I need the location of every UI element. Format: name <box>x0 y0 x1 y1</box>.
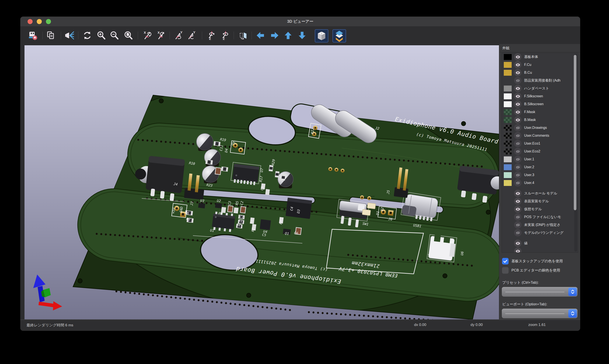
layer-label: 部品実装用接着剤 (Adh <box>524 78 560 83</box>
layer-color-swatch[interactable] <box>504 141 512 147</box>
layer-label: User.Comments <box>524 134 549 138</box>
layer-label: F.Silkscreen <box>524 94 543 98</box>
visibility-eye-icon[interactable] <box>514 240 521 247</box>
layer-label: User.Eco2 <box>524 149 540 153</box>
layer-color-swatch[interactable] <box>504 172 512 178</box>
visibility-eye-icon[interactable] <box>514 108 521 116</box>
layer-color-swatch[interactable] <box>504 117 512 123</box>
titlebar[interactable]: 3D ビューアー <box>20 17 580 27</box>
svg-text:J2: J2 <box>375 126 379 131</box>
layer-color-swatch[interactable] <box>504 156 512 162</box>
visibility-eye-icon[interactable] <box>514 197 521 205</box>
layer-color-swatch[interactable] <box>504 109 512 115</box>
visibility-eye-off-icon[interactable] <box>514 156 521 163</box>
layer-color-swatch[interactable] <box>504 93 512 99</box>
toolbar-separator <box>78 31 78 39</box>
svg-text:X: X <box>157 31 160 34</box>
rotate-y-clockwise-button[interactable]: Y <box>174 30 184 41</box>
layer-label: User.3 <box>524 173 534 177</box>
viewport-combobox[interactable] <box>502 309 578 318</box>
appearance-sidebar: 外観 基板本体F.CuB.Cu部品実装用接着剤 (AdhハンダペーストF.Sil… <box>499 44 580 320</box>
layer-color-swatch[interactable] <box>504 62 512 68</box>
rotate-z-counterclockwise-button[interactable]: Z <box>220 30 230 41</box>
pan-up-button[interactable] <box>283 30 293 41</box>
layer-row: B.Mask <box>502 116 578 124</box>
layer-color-swatch[interactable] <box>504 164 512 170</box>
use-stackup-colors-row[interactable]: 基板スタックアップの色を使用 <box>499 257 580 266</box>
svg-text:R3: R3 <box>186 217 191 221</box>
rotate-x-counterclockwise-button[interactable]: X <box>156 30 167 41</box>
scrollbar-track[interactable] <box>574 54 577 252</box>
layer-row: 値 <box>502 239 578 247</box>
stepper-icon[interactable] <box>568 309 577 318</box>
layer-row: 表面実装モデル <box>502 197 578 205</box>
layer-color-swatch[interactable] <box>504 133 512 139</box>
layer-row: F.Cu <box>502 61 578 69</box>
copy-image-button[interactable] <box>46 30 56 41</box>
toolbar-separator <box>42 31 43 39</box>
pan-down-button[interactable] <box>297 30 307 41</box>
zoom-in-button[interactable] <box>96 30 106 41</box>
layer-color-swatch[interactable] <box>504 54 512 60</box>
zoom-out-button[interactable] <box>109 30 120 41</box>
preset-combobox[interactable] <box>502 287 578 297</box>
appearance-layers-toggle[interactable] <box>333 29 346 42</box>
export-board-image-button[interactable] <box>27 30 38 41</box>
visibility-eye-icon[interactable] <box>514 247 521 253</box>
visibility-eye-icon[interactable] <box>514 100 521 108</box>
redraw-view-button[interactable] <box>82 30 92 41</box>
appearance-header: 外観 <box>499 44 580 52</box>
svg-text:J4: J4 <box>173 182 178 187</box>
3d-viewport-canvas[interactable]: R19C11D4D5R10R23J4U7R29R17C9J2R22J5J6SW1… <box>25 45 499 319</box>
checkbox-label: PCB エディターの銅色を使用 <box>511 268 560 273</box>
layer-color-swatch[interactable] <box>504 125 512 131</box>
flip-board-button[interactable] <box>238 30 248 41</box>
orthographic-projection-toggle[interactable] <box>315 29 328 42</box>
pan-right-button[interactable] <box>270 30 280 41</box>
stepper-icon[interactable] <box>568 288 577 296</box>
use-pcb-editor-copper-row[interactable]: PCB エディターの銅色を使用 <box>499 266 580 275</box>
visibility-eye-icon[interactable] <box>514 116 521 124</box>
layer-row: スルーホール モデル <box>502 189 578 197</box>
visibility-eye-icon[interactable] <box>514 92 521 100</box>
visibility-eye-icon[interactable] <box>514 61 521 68</box>
visibility-eye-off-icon[interactable] <box>514 77 521 84</box>
use-pcb-editor-copper-checkbox[interactable] <box>502 267 509 274</box>
visibility-eye-icon[interactable] <box>514 53 521 61</box>
rotate-z-clockwise-button[interactable]: Z <box>206 30 217 41</box>
rotate-y-counterclockwise-button[interactable]: Y <box>187 30 197 41</box>
visibility-eye-off-icon[interactable] <box>514 140 521 147</box>
visibility-eye-off-icon[interactable] <box>514 171 521 179</box>
visibility-eye-icon[interactable] <box>514 85 521 92</box>
layer-row: F.Mask <box>502 108 578 116</box>
render-raytracing-button[interactable] <box>64 30 75 41</box>
svg-text:R9: R9 <box>279 220 283 225</box>
zoom-to-fit-button[interactable] <box>123 30 134 41</box>
use-stackup-colors-checkbox[interactable] <box>502 258 509 264</box>
toolbar-separator <box>138 31 138 39</box>
layer-color-swatch[interactable] <box>504 180 512 186</box>
visibility-eye-off-icon[interactable] <box>514 221 521 229</box>
visibility-eye-off-icon[interactable] <box>514 229 521 236</box>
scrollbar-thumb[interactable] <box>574 55 576 210</box>
pan-left-button[interactable] <box>255 30 266 41</box>
visibility-eye-off-icon[interactable] <box>514 148 521 155</box>
visibility-eye-icon[interactable] <box>514 190 521 197</box>
layer-color-swatch[interactable] <box>504 101 512 107</box>
layer-color-swatch[interactable] <box>504 70 512 76</box>
layer-color-swatch[interactable] <box>504 149 512 155</box>
row-spacer <box>502 187 578 189</box>
visibility-eye-off-icon[interactable] <box>514 213 521 221</box>
checkbox-label: 基板スタックアップの色を使用 <box>511 259 563 264</box>
visibility-eye-icon[interactable] <box>514 69 521 76</box>
visibility-eye-icon[interactable] <box>514 205 521 213</box>
visibility-eye-off-icon[interactable] <box>514 163 521 171</box>
visibility-eye-off-icon[interactable] <box>514 179 521 187</box>
visibility-eye-off-icon[interactable] <box>514 132 521 139</box>
rotate-x-clockwise-button[interactable]: X <box>143 30 153 41</box>
layers-list-panel[interactable]: 基板本体F.CuB.Cu部品実装用接着剤 (AdhハンダペーストF.Silksc… <box>502 53 578 253</box>
visibility-eye-off-icon[interactable] <box>514 124 521 131</box>
layer-row: User.Eco2 <box>502 147 578 155</box>
row-spacer <box>502 237 578 239</box>
layer-color-swatch[interactable] <box>504 86 512 91</box>
